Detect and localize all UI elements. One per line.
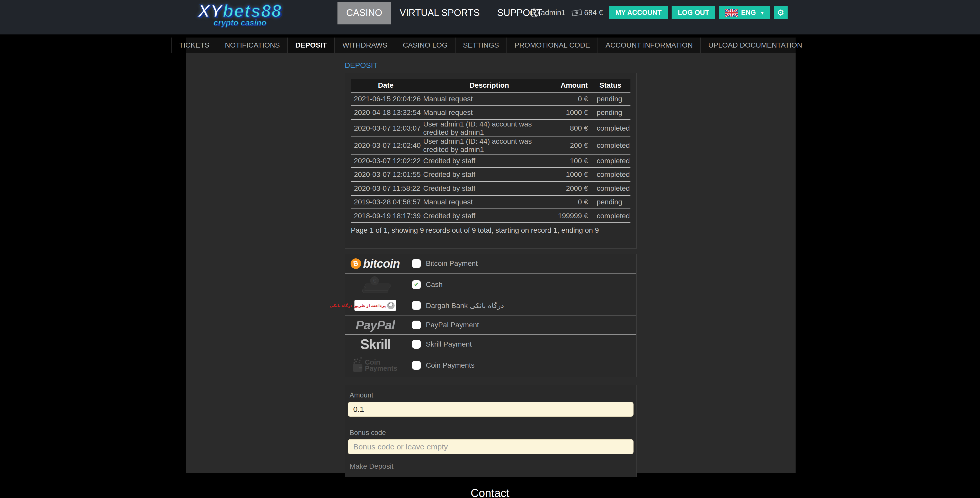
payment-row-skrill: Skrill Skrill Payment	[345, 335, 636, 354]
tab-deposit[interactable]: DEPOSIT	[287, 38, 334, 53]
tab-promotional-code[interactable]: PROMOTIONAL CODE	[506, 38, 598, 53]
table-row: 2020-03-07 12:02:22Credited by staff100 …	[351, 154, 630, 168]
table-row: 2020-03-07 12:03:07User admin1 (ID: 44) …	[351, 119, 630, 137]
skrill-checkbox[interactable]	[412, 340, 421, 349]
dargah-checkbox[interactable]	[412, 301, 421, 310]
page: XYbets88 crypto casino CASINO VIRTUAL SP…	[0, 0, 980, 498]
site-logo[interactable]: XYbets88 crypto casino	[189, 2, 291, 27]
cell-amount: 1000 €	[558, 106, 590, 119]
deposit-history-panel: Date Description Amount Status 2021-06-1…	[345, 73, 636, 249]
cell-date: 2021-06-15 20:04:26	[351, 92, 421, 106]
table-row: 2019-03-28 04:58:57Manual request0 €pend…	[351, 195, 630, 209]
log-out-button[interactable]: LOG OUT	[671, 6, 715, 19]
cell-status: completed	[590, 209, 630, 223]
chevron-down-icon: ▾	[761, 10, 764, 16]
cell-status: completed	[590, 137, 630, 154]
nav-casino[interactable]: CASINO	[337, 2, 391, 24]
cell-date: 2020-03-07 12:02:40	[351, 137, 421, 154]
tab-account-information[interactable]: ACCOUNT INFORMATION	[598, 38, 700, 53]
dargah-logo: پرداخت از طریق درگاه بانکی	[348, 300, 403, 311]
balance-chip: 684 €	[571, 8, 603, 17]
table-row: 2020-03-07 12:01:55Credited by staff1000…	[351, 168, 630, 181]
balance-value: 684 €	[584, 8, 603, 17]
page-footer: Contact	[0, 477, 980, 498]
cash-checkbox[interactable]: ✔	[412, 280, 421, 289]
paypal-checkbox[interactable]	[412, 320, 421, 329]
deposit-form-panel: Amount Bonus code Make Deposit	[345, 385, 636, 479]
table-row: 2020-03-07 12:02:40User admin1 (ID: 44) …	[351, 137, 630, 154]
cell-description: User admin1 (ID: 44) account was credite…	[420, 119, 558, 137]
tab-upload-documentation[interactable]: UPLOAD DOCUMENTATION	[700, 38, 810, 53]
cell-date: 2020-04-18 13:32:54	[351, 106, 421, 119]
coinpayments-checkbox[interactable]	[412, 361, 421, 370]
tab-casino-log[interactable]: CASINO LOG	[395, 38, 455, 53]
main-wrapper: TICKETS NOTIFICATIONS DEPOSIT WITHDRAWS …	[186, 38, 795, 473]
amount-input[interactable]	[348, 402, 633, 417]
coinpayments-logo: CoinPayments	[348, 359, 403, 372]
payment-row-coinpayments: CoinPayments Coin Payments	[345, 354, 636, 377]
cell-date: 2018-09-19 18:17:39	[351, 209, 421, 223]
cell-date: 2020-03-07 11:58:22	[351, 181, 421, 195]
settings-button[interactable]: ⚙	[774, 6, 788, 19]
table-row: 2020-03-07 11:58:22Credited by staff2000…	[351, 181, 630, 195]
cell-status: pending	[590, 106, 630, 119]
tab-settings[interactable]: SETTINGS	[455, 38, 506, 53]
payment-row-cash: € ✔ Cash	[345, 274, 636, 296]
cell-description: Credited by staff	[420, 209, 558, 223]
gear-icon: ⚙	[777, 8, 784, 17]
cell-amount: 1000 €	[558, 168, 590, 181]
cell-amount: 200 €	[558, 137, 590, 154]
tab-notifications[interactable]: NOTIFICATIONS	[217, 38, 287, 53]
cell-description: Credited by staff	[420, 181, 558, 195]
payment-label: Cash	[426, 281, 442, 289]
col-description: Description	[420, 79, 558, 92]
account-nav: TICKETS NOTIFICATIONS DEPOSIT WITHDRAWS …	[186, 38, 795, 53]
cell-amount: 199999 €	[558, 209, 590, 223]
cell-amount: 2000 €	[558, 181, 590, 195]
payment-row-bitcoin: Bbitcoin Bitcoin Payment	[345, 254, 636, 274]
logo-part-xy: XY	[198, 1, 223, 21]
my-account-button[interactable]: MY ACCOUNT	[609, 6, 668, 19]
pagination-status: Page 1 of 1, showing 9 records out of 9 …	[351, 226, 630, 235]
cell-description: Manual request	[420, 106, 558, 119]
skrill-logo: Skrill	[360, 336, 390, 352]
cell-description: User admin1 (ID: 44) account was credite…	[420, 137, 558, 154]
cell-status: completed	[590, 168, 630, 181]
language-selector[interactable]: ENG ▾	[719, 6, 770, 19]
payment-label: Coin Payments	[426, 361, 474, 370]
tab-withdraws[interactable]: WITHDRAWS	[334, 38, 395, 53]
table-row: 2018-09-19 18:17:39Credited by staff1999…	[351, 209, 630, 223]
logo-part-88: 88	[261, 1, 282, 21]
nav-virtual-sports[interactable]: VIRTUAL SPORTS	[391, 2, 488, 24]
payment-label: Bitcoin Payment	[426, 259, 478, 268]
bonus-code-input[interactable]	[348, 439, 633, 454]
cell-date: 2020-03-07 12:02:22	[351, 154, 421, 168]
make-deposit-button[interactable]: Make Deposit	[350, 462, 393, 471]
user-area: admin1 684 € MY ACCOUNT LOG OUT ENG ▾ ⚙	[530, 6, 788, 19]
language-label: ENG	[741, 9, 756, 17]
cash-logo: €	[348, 276, 403, 293]
banknote-icon	[571, 9, 582, 17]
cell-status: completed	[590, 119, 630, 137]
bitcoin-checkbox[interactable]	[412, 259, 421, 268]
cell-amount: 0 €	[558, 92, 590, 106]
payment-label: Dargah Bank درگاه بانکی	[426, 301, 504, 310]
tab-tickets[interactable]: TICKETS	[171, 38, 217, 53]
deposit-history-table: Date Description Amount Status 2021-06-1…	[351, 79, 630, 223]
paypal-logo: PayPal	[356, 318, 395, 332]
cell-status: pending	[590, 92, 630, 106]
payment-row-paypal: PayPal PayPal Payment	[345, 316, 636, 335]
amount-label: Amount	[350, 391, 633, 399]
table-header-row: Date Description Amount Status	[351, 79, 630, 92]
cell-description: Manual request	[420, 195, 558, 209]
cell-status: completed	[590, 154, 630, 168]
table-row: 2020-04-18 13:32:54Manual request1000 €p…	[351, 106, 630, 119]
cell-status: completed	[590, 181, 630, 195]
wallet-icon	[353, 364, 362, 371]
bitcoin-icon: B	[350, 258, 362, 270]
username: admin1	[541, 8, 566, 17]
bitcoin-logo: Bbitcoin	[348, 257, 403, 270]
cell-description: Manual request	[420, 92, 558, 106]
cell-amount: 800 €	[558, 119, 590, 137]
main-nav: CASINO VIRTUAL SPORTS SUPPORT	[337, 2, 551, 24]
